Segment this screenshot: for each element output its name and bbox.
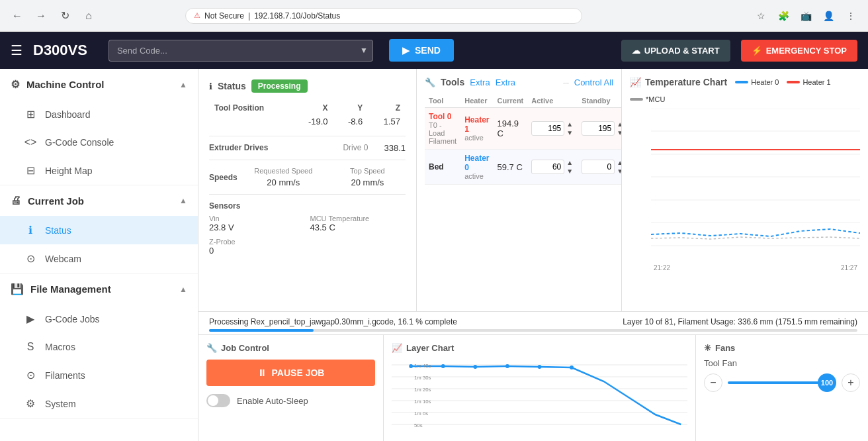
hamburger-menu[interactable]: ☰: [11, 42, 22, 58]
heater-col-header: Heater: [460, 94, 493, 108]
sidebar-item-height-map[interactable]: ⊟ Height Map: [0, 156, 198, 185]
control-all-link[interactable]: Control All: [574, 77, 613, 87]
sidebar-section-file-management: 💾 File Management ▲ ▶ G-Code Jobs S Macr…: [0, 273, 198, 418]
forward-button[interactable]: →: [32, 7, 50, 25]
sidebar: ⚙ Machine Control ▲ ⊞ Dashboard <> G-Cod…: [0, 69, 198, 441]
bed-current: 59.7 C: [494, 150, 528, 185]
app-header: ☰ D300VS ▼ ▶ SEND ☁ UPLOAD & START ⚡ EME…: [0, 32, 868, 69]
emergency-stop-button[interactable]: ⚡ EMERGENCY STOP: [741, 40, 857, 62]
tool0-standby-up[interactable]: ▲: [616, 120, 622, 128]
tool-row-0: Tool 0 T0 - Load Filament Heater 1 activ…: [425, 108, 622, 150]
chart-x-label-right: 21:27: [841, 264, 857, 271]
system-icon: ⚙: [24, 397, 37, 410]
layer-chart-panel: 📈 Layer Chart: [384, 335, 696, 441]
sidebar-item-gcode-console[interactable]: <> G-Code Console: [0, 128, 198, 156]
vin-value: 23.8 V: [209, 222, 305, 232]
dropdown-arrow-icon[interactable]: ▼: [360, 46, 368, 55]
current-job-header[interactable]: 🖨 Current Job ▲: [0, 185, 198, 216]
tools-extra-link[interactable]: Extra: [470, 77, 490, 87]
reload-button[interactable]: ↻: [56, 7, 74, 25]
tool0-active-input[interactable]: [531, 121, 564, 136]
webcam-icon: ⊙: [24, 252, 37, 265]
extra-label[interactable]: Extra: [496, 77, 515, 87]
zprobe-value: 0: [209, 246, 305, 256]
file-management-header[interactable]: 💾 File Management ▲: [0, 273, 198, 305]
auto-sleep-toggle[interactable]: [206, 394, 230, 407]
layer-chart-svg: 1m 40s 1m 30s 1m 20s 1m 10s 1m 0s 50s: [392, 358, 687, 431]
tool0-standby-down[interactable]: ▼: [616, 128, 622, 137]
fan-label: Tool Fan: [704, 358, 737, 368]
fan-speed-row: − 100 +: [704, 373, 860, 392]
wrench-icon: 🔧: [425, 77, 435, 87]
back-button[interactable]: ←: [8, 7, 26, 25]
pause-job-button[interactable]: ⏸ PAUSE JOB: [206, 360, 375, 386]
extensions-button[interactable]: 🧩: [774, 7, 793, 25]
legend-heater0-label: Heater 0: [751, 78, 779, 86]
tool0-active: ▲ ▼: [527, 108, 578, 150]
fan-slider[interactable]: 100: [728, 376, 836, 389]
vin-block: Vin 23.8 V: [209, 215, 305, 232]
filaments-icon: ⊙: [24, 369, 37, 381]
fan-minus-button[interactable]: −: [704, 373, 722, 392]
active-col-header: Active: [527, 94, 578, 108]
status-panel: ℹ Status Processing Tool Position X Y Z: [198, 69, 417, 311]
sidebar-item-status[interactable]: ℹ Status: [0, 216, 198, 244]
top-speed-label: Top Speed: [329, 167, 406, 175]
speeds-section: Speeds Requested Speed Top Speed 20 mm/s…: [209, 167, 406, 187]
menu-button[interactable]: ⋮: [842, 7, 860, 25]
bed-active: ▲ ▼: [527, 150, 578, 185]
svg-text:1m 20s: 1m 20s: [414, 387, 431, 393]
svg-point-22: [441, 364, 445, 368]
x-header: X: [292, 101, 333, 115]
bed-standby-up[interactable]: ▲: [616, 158, 622, 167]
layer-chart-area: 1m 40s 1m 30s 1m 20s 1m 10s 1m 0s 50s: [392, 358, 687, 431]
processing-badge: Processing: [251, 79, 308, 93]
legend-heater1: Heater 1: [787, 78, 830, 86]
home-button[interactable]: ⌂: [79, 7, 98, 25]
send-icon: ▶: [402, 45, 410, 56]
send-button[interactable]: ▶ SEND: [389, 39, 454, 62]
machine-control-header[interactable]: ⚙ Machine Control ▲: [0, 69, 198, 100]
fan-plus-button[interactable]: +: [842, 373, 860, 392]
sidebar-item-webcam[interactable]: ⊙ Webcam: [0, 244, 198, 273]
tool0-standby-input[interactable]: [582, 121, 615, 136]
sidebar-item-filaments[interactable]: ⊙ Filaments: [0, 361, 198, 389]
chart-title: 📈 Temperature Chart: [630, 77, 727, 87]
browser-actions: ☆ 🧩 📺 👤 ⋮: [752, 7, 860, 25]
sidebar-item-gcode-jobs[interactable]: ▶ G-Code Jobs: [0, 305, 198, 333]
profile-button[interactable]: 👤: [819, 7, 838, 25]
address-bar[interactable]: ⚠ Not Secure | 192.168.7.10/Job/Status: [185, 8, 582, 24]
tool0-active-down[interactable]: ▼: [566, 128, 574, 137]
tool-position-table: Tool Position X Y Z -19.0 -8.6 1.57: [209, 101, 406, 128]
bookmark-button[interactable]: ☆: [752, 7, 770, 25]
panels-row: ℹ Status Processing Tool Position X Y Z: [198, 69, 868, 312]
bed-standby-input[interactable]: [582, 160, 615, 174]
file-management-collapse-icon: ▲: [179, 285, 187, 294]
sidebar-item-macros[interactable]: S Macros: [0, 333, 198, 361]
sidebar-section-machine-control: ⚙ Machine Control ▲ ⊞ Dashboard <> G-Cod…: [0, 69, 198, 185]
tools-table: Tool Heater Current Active Standby Tool …: [425, 94, 622, 185]
bed-active-up[interactable]: ▲: [566, 158, 574, 167]
bed-active-input[interactable]: [531, 160, 564, 174]
tool0-active-up[interactable]: ▲: [566, 120, 574, 128]
progress-bar-track: [209, 329, 857, 332]
sensors-label: Sensors: [209, 201, 406, 211]
bed-active-down[interactable]: ▼: [566, 167, 574, 175]
legend-heater1-color: [787, 81, 800, 83]
upload-start-button[interactable]: ☁ UPLOAD & START: [621, 40, 730, 62]
z-header: Z: [368, 101, 406, 115]
legend-mcu-label: *MCU: [646, 95, 665, 103]
sidebar-item-dashboard[interactable]: ⊞ Dashboard: [0, 100, 198, 128]
bed-standby-down[interactable]: ▼: [616, 167, 622, 175]
svg-point-23: [473, 365, 477, 369]
chart-header: 📈 Temperature Chart Heater 0 Heater 1 *M…: [630, 77, 860, 103]
y-value: -8.6: [333, 115, 369, 128]
app-title: D300VS: [33, 42, 87, 59]
job-control-title: 🔧 Job Control: [206, 343, 375, 353]
cast-button[interactable]: 📺: [797, 7, 815, 25]
lightning-icon: ⚡: [752, 46, 762, 56]
svg-text:1m 0s: 1m 0s: [414, 411, 428, 416]
sidebar-item-system[interactable]: ⚙ System: [0, 389, 198, 418]
sliders-icon: ⚙: [11, 78, 20, 91]
send-code-input[interactable]: [108, 40, 373, 62]
